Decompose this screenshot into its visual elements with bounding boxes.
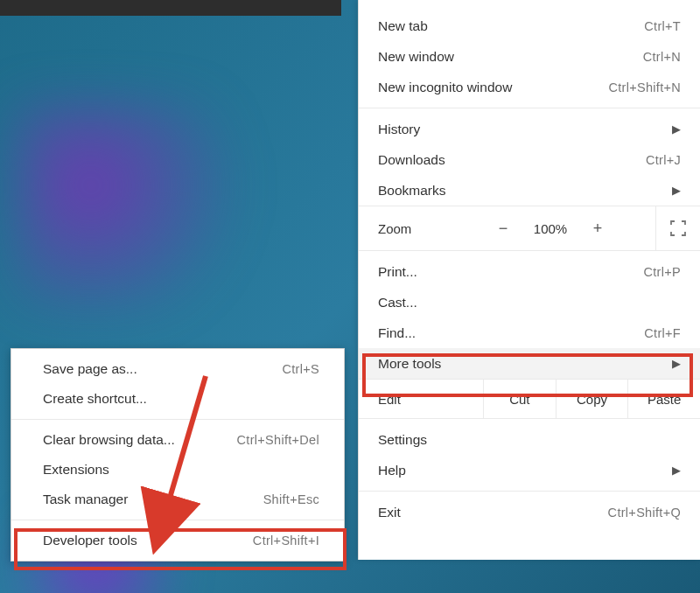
menu-separator: [11, 419, 344, 420]
menu-label: Downloads: [378, 152, 445, 168]
menu-label: Bookmarks: [378, 183, 446, 199]
menu-shortcut: Ctrl+S: [283, 362, 320, 376]
menu-label: Exit: [378, 505, 401, 520]
menu-label: Clear browsing data...: [43, 432, 175, 448]
menu-item-new-window[interactable]: New window Ctrl+N: [359, 41, 700, 72]
menu-shortcut: Ctrl+P: [644, 265, 682, 279]
menu-label: Find...: [378, 325, 416, 341]
chrome-main-menu: New tab Ctrl+T New window Ctrl+N New inc…: [358, 0, 700, 560]
menu-item-history[interactable]: History ▶: [359, 114, 700, 144]
menu-item-print[interactable]: Print... Ctrl+P: [359, 256, 700, 287]
menu-item-cast[interactable]: Cast...: [359, 287, 700, 317]
menu-item-help[interactable]: Help ▶: [359, 455, 700, 485]
menu-item-new-incognito[interactable]: New incognito window Ctrl+Shift+N: [359, 72, 700, 102]
menu-item-more-tools[interactable]: More tools ▶: [359, 348, 700, 379]
menu-label: New incognito window: [378, 80, 512, 95]
menu-label: Settings: [378, 432, 427, 448]
menu-label: Cast...: [378, 295, 417, 310]
menu-shortcut: Ctrl+Shift+Q: [608, 506, 681, 520]
menu-shortcut: Ctrl+Shift+N: [608, 80, 681, 94]
more-tools-submenu: Save page as... Ctrl+S Create shortcut..…: [10, 348, 345, 562]
submenu-item-save-page[interactable]: Save page as... Ctrl+S: [11, 354, 344, 384]
menu-label: Task manager: [43, 492, 128, 507]
menu-shortcut: Shift+Esc: [263, 492, 319, 506]
browser-tab-strip: [0, 0, 341, 16]
zoom-in-button[interactable]: +: [578, 220, 618, 238]
menu-label: Developer tools: [43, 533, 137, 548]
chevron-right-icon: ▶: [672, 122, 681, 136]
menu-separator: [359, 108, 700, 108]
fullscreen-icon: [670, 220, 686, 236]
menu-shortcut: Ctrl+F: [644, 326, 681, 340]
cut-button[interactable]: Cut: [483, 380, 556, 418]
menu-label: More tools: [378, 356, 441, 372]
paste-button[interactable]: Paste: [627, 380, 700, 418]
menu-label: Extensions: [43, 462, 109, 478]
submenu-item-extensions[interactable]: Extensions: [11, 455, 344, 485]
menu-item-settings[interactable]: Settings: [359, 424, 700, 455]
menu-item-exit[interactable]: Exit Ctrl+Shift+Q: [359, 497, 700, 527]
menu-item-bookmarks[interactable]: Bookmarks ▶: [359, 175, 700, 206]
submenu-item-developer-tools[interactable]: Developer tools Ctrl+Shift+I: [11, 526, 344, 555]
menu-shortcut: Ctrl+Shift+Del: [237, 433, 319, 447]
menu-label: Save page as...: [43, 361, 137, 377]
zoom-value: 100%: [523, 221, 578, 236]
menu-shortcut: Ctrl+Shift+I: [253, 534, 319, 548]
menu-shortcut: Ctrl+J: [646, 153, 681, 167]
menu-item-new-tab[interactable]: New tab Ctrl+T: [359, 10, 700, 41]
background-blur: [18, 105, 262, 306]
menu-label: Create shortcut...: [43, 391, 147, 407]
menu-label: New window: [378, 49, 454, 65]
chevron-right-icon: ▶: [672, 464, 681, 477]
menu-separator: [11, 520, 344, 520]
menu-label: Print...: [378, 264, 417, 280]
menu-separator: [359, 491, 700, 492]
copy-button[interactable]: Copy: [556, 380, 628, 418]
menu-shortcut: Ctrl+T: [644, 19, 681, 33]
chevron-right-icon: ▶: [672, 357, 681, 370]
submenu-item-create-shortcut[interactable]: Create shortcut...: [11, 384, 344, 414]
menu-label: New tab: [378, 18, 428, 34]
edit-label: Edit: [359, 392, 483, 407]
menu-item-zoom: Zoom − 100% +: [359, 206, 700, 251]
zoom-label: Zoom: [359, 221, 483, 236]
zoom-out-button[interactable]: −: [483, 220, 523, 238]
chevron-right-icon: ▶: [672, 184, 681, 197]
submenu-item-clear-data[interactable]: Clear browsing data... Ctrl+Shift+Del: [11, 425, 344, 455]
menu-item-edit: Edit Cut Copy Paste: [359, 379, 700, 419]
fullscreen-button[interactable]: [655, 206, 700, 250]
menu-label: History: [378, 122, 420, 137]
menu-label: Help: [378, 463, 406, 478]
menu-item-downloads[interactable]: Downloads Ctrl+J: [359, 144, 700, 175]
menu-shortcut: Ctrl+N: [643, 50, 681, 64]
menu-item-find[interactable]: Find... Ctrl+F: [359, 317, 700, 348]
submenu-item-task-manager[interactable]: Task manager Shift+Esc: [11, 485, 344, 514]
